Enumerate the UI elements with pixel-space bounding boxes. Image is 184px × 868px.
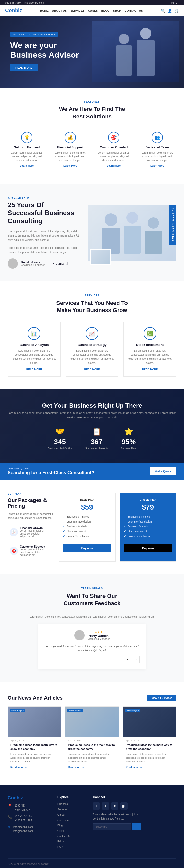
basic-feature-3: ✓Business Analysis: [63, 524, 111, 529]
footer-subscribe-button[interactable]: →: [132, 823, 141, 830]
service-readmore-1[interactable]: READ MORE: [26, 368, 42, 371]
cta-get-quote-button[interactable]: Get a Quote: [150, 467, 176, 475]
features-label: FEATURES: [8, 100, 176, 103]
news-read-more-3[interactable]: Read more →: [126, 766, 142, 769]
hero-read-more-button[interactable]: READ MORE: [10, 64, 37, 71]
nav-cases[interactable]: CASES: [88, 9, 98, 12]
footer-subscribe-input[interactable]: [93, 823, 131, 830]
classic-plan-buy-button[interactable]: Buy now: [124, 544, 172, 552]
check-icon-6: ✓: [124, 516, 126, 518]
footer-phone: 📞 +123-985-1985 +123-985-1985: [8, 814, 51, 823]
feature-title-4: Dedicated Team: [140, 146, 174, 149]
nav-about[interactable]: ABOUT US: [52, 9, 67, 12]
social-twitter-icon[interactable]: t: [169, 1, 169, 4]
user-icon[interactable]: 👤: [168, 9, 172, 13]
feature-card-3: 🎯 Customer Oriented Lorem ipsum dolor si…: [95, 128, 133, 172]
basic-plan-buy-button[interactable]: Buy now: [63, 544, 111, 552]
testimonial-next-button[interactable]: ›: [133, 656, 139, 663]
footer-link-faq[interactable]: FAQ: [57, 845, 87, 849]
stats-subtitle: Lorem ipsum dolor sit amet, consectetur …: [8, 411, 176, 420]
footer-link-our-team[interactable]: Our Team: [57, 818, 87, 822]
footer-logo-prefix: C: [8, 795, 11, 800]
social-instagram-icon[interactable]: g+: [176, 1, 179, 4]
check-icon-3: ✓: [63, 525, 65, 528]
nav-contact[interactable]: CONTACT US: [125, 9, 143, 12]
footer-googleplus-icon[interactable]: g+: [121, 802, 128, 810]
cta-title: Searching for a First-Class Consultant?: [8, 470, 94, 475]
footer-link-business[interactable]: Business: [57, 802, 87, 806]
stat-customer: 🤝 345 Customer Satisfaction: [48, 427, 73, 450]
stats-section: Get Your Business Right Up There Lorem i…: [0, 389, 184, 463]
testimonial-stars: ★★★: [88, 630, 110, 634]
services-label: SERVICES: [8, 294, 176, 297]
footer-link-blog[interactable]: Blog: [57, 824, 87, 828]
service-card-1: 📊 Business Analysis Lorem ipsum dolor si…: [8, 322, 60, 377]
footer-twitter-icon[interactable]: t: [102, 802, 109, 810]
pricing-cards: Basic Plan $59 ✓Business & Finance ✓User…: [58, 493, 176, 562]
about-text-2: Lorem ipsum dolor sit amet, consectetur …: [8, 246, 80, 254]
news-read-more-1[interactable]: Read more →: [10, 766, 27, 769]
footer-facebook-icon[interactable]: f: [93, 802, 100, 810]
nav-services[interactable]: SERVICES: [70, 9, 84, 12]
basic-feature-1: ✓Business & Finance: [63, 515, 111, 519]
testimonials-section: TESTIMONIALS Want To Share Our Customers…: [0, 574, 184, 682]
feature-link-2[interactable]: Learn More: [63, 164, 77, 167]
news-body-2: Producing ideas is the main way to grow …: [65, 743, 118, 772]
footer-bottom: 2023 © All rights reserved by conbiz.: [8, 858, 176, 865]
social-linkedin-icon[interactable]: in: [172, 1, 174, 4]
check-icon-4: ✓: [63, 530, 65, 533]
classic-plan-name: Classic Plan: [124, 498, 172, 501]
logo[interactable]: Conbiz: [5, 8, 22, 13]
feature-text-4: Lorem ipsum dolor sit amet, consec adipi…: [140, 151, 174, 162]
nav-blog[interactable]: BLOG: [102, 9, 110, 12]
view-all-services-button[interactable]: View All Services: [147, 694, 176, 702]
nav-shop[interactable]: SHOP: [113, 9, 121, 12]
news-read-more-2[interactable]: Read more →: [68, 766, 84, 769]
pricing-feature-text-1: Lorem ipsum dolor sit amet, consectetur …: [20, 529, 51, 538]
feature-text-3: Lorem ipsum dolor sit amet, consec adipi…: [97, 151, 130, 162]
feature-link-4[interactable]: Learn More: [150, 164, 164, 167]
footer-link-clients[interactable]: Clients: [57, 829, 87, 833]
pricing-label: OUR PLAN: [8, 493, 53, 495]
footer-link-contact[interactable]: Contact Us: [57, 835, 87, 838]
basic-feature-4: ✓Stock Investment: [63, 529, 111, 534]
address-text: 1233 NENew York City: [15, 804, 30, 812]
features-grid: 💡 Solution Focused Lorem ipsum dolor sit…: [8, 128, 176, 172]
footer-address: 📍 1233 NENew York City: [8, 804, 51, 812]
founder-name: Donald James: [21, 260, 45, 264]
social-facebook-icon[interactable]: f: [166, 1, 167, 4]
footer-top: Conbiz 📍 1233 NENew York City 📞 +123-985…: [8, 795, 176, 851]
feature-link-1[interactable]: Learn More: [20, 164, 34, 167]
footer-link-pricing[interactable]: Pricing: [57, 840, 87, 843]
footer-linkedin-icon[interactable]: in: [111, 802, 118, 810]
testimonials-label: TESTIMONIALS: [8, 587, 176, 590]
author-avatar: [74, 630, 85, 641]
service-readmore-2[interactable]: READ MORE: [84, 368, 100, 371]
footer-link-career[interactable]: Career: [57, 813, 87, 817]
news-card-3: News Project Apr 20, 2022 Producing idea…: [123, 707, 176, 772]
success-rate-icon: ⭐: [121, 427, 137, 436]
nav-home[interactable]: HOME: [40, 9, 49, 12]
top-bar: 020 548 7080 info@conbiz.com f t in g+: [0, 0, 184, 5]
features-section: FEATURES We Are Here To Find The Best So…: [0, 88, 184, 184]
features-title: We Are Here To Find The Best Solutions: [8, 105, 176, 120]
services-section: SERVICES Services That You Need To Make …: [0, 281, 184, 389]
news-badge-1: News Project: [10, 709, 25, 712]
basic-plan-name: Basic Plan: [63, 498, 111, 501]
feature-title-3: Customer Oriented: [97, 146, 130, 149]
stat-projects: 📋 367 Succeeded Projects: [85, 427, 108, 450]
cart-icon[interactable]: 🛒: [175, 9, 179, 13]
succeeded-projects-icon: 📋: [85, 427, 108, 436]
footer-link-services[interactable]: Services: [57, 808, 87, 811]
feature-link-3[interactable]: Learn More: [107, 164, 121, 167]
services-title: Services That You Need To Make Your Busi…: [8, 300, 176, 314]
basic-plan-price: $59: [63, 503, 111, 511]
search-icon[interactable]: 🔍: [161, 9, 165, 13]
testimonial-prev-button[interactable]: ‹: [124, 656, 131, 663]
news-article-text-1: Lorem ipsum dolor sit amet, consectetur …: [10, 752, 58, 764]
service-readmore-3[interactable]: READ MORE: [142, 368, 158, 371]
news-date-3: Apr 20, 2022: [123, 737, 176, 743]
service-text-3: Lorem ipsum dolor sit amet, consectetur …: [128, 349, 172, 365]
service-title-2: Business Strategy: [70, 343, 114, 347]
pricing-feature-title-1: Financial Growth: [20, 526, 51, 529]
